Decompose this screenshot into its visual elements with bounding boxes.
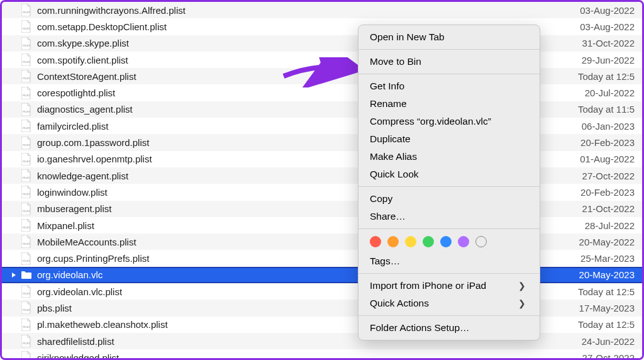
tag-color-dot[interactable]: [387, 236, 399, 247]
file-list: PLISTcom.runningwithcrayons.Alfred.plist…: [2, 2, 642, 358]
file-row[interactable]: PLISTpl.maketheweb.cleanshotx.plistToday…: [2, 317, 642, 333]
file-row[interactable]: PLISTMixpanel.plist28-Jul-2022: [2, 217, 642, 233]
file-name: com.runningwithcrayons.Alfred.plist: [37, 5, 580, 16]
svg-text:PLIST: PLIST: [23, 242, 30, 245]
menu-make-alias[interactable]: Make Alias: [358, 148, 540, 166]
tag-color-dot[interactable]: [405, 236, 416, 247]
svg-text:PLIST: PLIST: [23, 110, 30, 113]
menu-rename[interactable]: Rename: [358, 95, 540, 113]
file-row[interactable]: PLISTcom.skype.skype.plist31-Oct-2022: [2, 35, 642, 52]
svg-text:PLIST: PLIST: [23, 308, 30, 312]
menu-separator: [358, 49, 540, 50]
menu-separator: [358, 228, 540, 229]
svg-text:PLIST: PLIST: [23, 77, 30, 80]
menu-separator: [358, 273, 540, 274]
tag-none-icon[interactable]: [475, 236, 487, 247]
plist-file-icon: PLIST: [21, 286, 32, 297]
plist-file-icon: PLIST: [21, 104, 32, 115]
plist-file-icon: PLIST: [21, 70, 32, 82]
plist-file-icon: PLIST: [21, 319, 32, 330]
tag-color-dot[interactable]: [440, 236, 452, 247]
menu-compress[interactable]: Compress “org.videolan.vlc”: [358, 113, 540, 130]
svg-text:PLIST: PLIST: [23, 226, 30, 229]
file-row[interactable]: PLISTio.ganeshrvel.openmtp.plist01-Aug-2…: [2, 151, 642, 167]
menu-quick-actions[interactable]: Quick Actions❯: [358, 295, 540, 312]
plist-file-icon: PLIST: [21, 220, 32, 231]
file-date: 20-Jul-2022: [585, 87, 637, 98]
menu-copy[interactable]: Copy: [358, 190, 540, 208]
plist-file-icon: PLIST: [21, 87, 32, 99]
file-date: Today at 12:5: [578, 319, 637, 330]
plist-file-icon: PLIST: [21, 21, 32, 32]
file-row[interactable]: PLISTknowledge-agent.plist27-Oct-2022: [2, 167, 642, 184]
folder-icon: [21, 269, 32, 281]
file-date: 20-Feb-2023: [580, 137, 637, 148]
file-row[interactable]: org.videolan.vlc20-May-2023: [2, 267, 642, 283]
file-date: 29-Jun-2022: [582, 55, 637, 65]
menu-duplicate[interactable]: Duplicate: [358, 130, 540, 148]
tag-color-row: [358, 232, 540, 252]
file-row[interactable]: PLISTcom.spotify.client.plist29-Jun-2022: [2, 52, 642, 68]
file-date: Today at 12:5: [578, 286, 637, 297]
svg-text:PLIST: PLIST: [23, 342, 30, 345]
tag-color-dot[interactable]: [458, 236, 469, 247]
svg-text:PLIST: PLIST: [23, 94, 30, 97]
menu-separator: [358, 74, 540, 74]
menu-share[interactable]: Share…: [358, 208, 540, 225]
svg-text:PLIST: PLIST: [23, 292, 30, 295]
file-row[interactable]: PLISTmbuseragent.plist21-Oct-2022: [2, 201, 642, 217]
plist-file-icon: PLIST: [21, 170, 32, 181]
svg-text:PLIST: PLIST: [23, 210, 30, 213]
svg-text:PLIST: PLIST: [23, 127, 30, 130]
file-date: Today at 12:5: [578, 71, 637, 82]
file-row[interactable]: PLISTgroup.com.1password.plist20-Feb-202…: [2, 134, 642, 150]
svg-text:PLIST: PLIST: [23, 60, 30, 64]
file-row[interactable]: PLISTfamilycircled.plist06-Jan-2023: [2, 118, 642, 134]
file-date: 28-Jul-2022: [585, 220, 637, 231]
file-row[interactable]: PLISTsharedfilelistd.plist24-Jun-2022: [2, 333, 642, 349]
file-row[interactable]: PLISTcom.setapp.DesktopClient.plist03-Au…: [2, 18, 642, 35]
file-row[interactable]: PLISTpbs.plist17-May-2023: [2, 300, 642, 316]
file-date: 20-May-2022: [579, 237, 637, 247]
menu-move-to-bin[interactable]: Move to Bin: [358, 53, 540, 70]
plist-file-icon: PLIST: [21, 352, 32, 360]
menu-import-from[interactable]: Import from iPhone or iPad❯: [358, 277, 540, 295]
disclosure-triangle-icon[interactable]: [11, 272, 17, 278]
file-date: 17-May-2023: [579, 303, 637, 313]
file-row[interactable]: PLISTContextStoreAgent.plistToday at 12:…: [2, 68, 642, 84]
file-row[interactable]: PLISTcom.runningwithcrayons.Alfred.plist…: [2, 2, 642, 18]
menu-quick-look[interactable]: Quick Look: [358, 166, 540, 183]
file-date: 06-Jan-2023: [582, 121, 637, 132]
file-date: 21-Oct-2022: [582, 203, 637, 214]
menu-separator: [358, 315, 540, 316]
file-row[interactable]: PLISTloginwindow.plist20-Feb-2023: [2, 184, 642, 200]
plist-file-icon: PLIST: [21, 186, 32, 198]
file-date: 27-Oct-2022: [582, 352, 637, 360]
chevron-right-icon: ❯: [518, 298, 528, 308]
svg-text:PLIST: PLIST: [23, 11, 30, 14]
plist-file-icon: PLIST: [21, 38, 32, 49]
file-row[interactable]: PLISTorg.cups.PrintingPrefs.plist25-Mar-…: [2, 250, 642, 266]
plist-file-icon: PLIST: [21, 253, 32, 264]
file-date: 20-May-2023: [579, 269, 637, 280]
menu-get-info[interactable]: Get Info: [358, 77, 540, 95]
menu-tags[interactable]: Tags…: [358, 252, 540, 270]
tag-color-dot[interactable]: [370, 236, 381, 247]
plist-file-icon: PLIST: [21, 54, 32, 65]
menu-open-new-tab[interactable]: Open in New Tab: [358, 28, 540, 46]
file-row[interactable]: PLISTsiriknowledged.plist27-Oct-2022: [2, 349, 642, 360]
menu-folder-actions[interactable]: Folder Actions Setup…: [358, 319, 540, 337]
plist-file-icon: PLIST: [21, 302, 32, 313]
file-date: 25-Mar-2023: [580, 253, 637, 264]
plist-file-icon: PLIST: [21, 154, 32, 165]
file-row[interactable]: PLISTdiagnostics_agent.plistToday at 11:…: [2, 101, 642, 118]
file-row[interactable]: PLISTMobileMeAccounts.plist20-May-2022: [2, 233, 642, 250]
context-menu: Open in New Tab Move to Bin Get Info Ren…: [358, 25, 540, 340]
file-row[interactable]: PLISTorg.videolan.vlc.plistToday at 12:5: [2, 283, 642, 300]
file-row[interactable]: PLISTcorespotlightd.plist20-Jul-2022: [2, 84, 642, 101]
svg-text:PLIST: PLIST: [23, 259, 30, 262]
file-date: 01-Aug-2022: [580, 154, 637, 164]
tag-color-dot[interactable]: [423, 236, 434, 247]
file-date: 24-Jun-2022: [582, 336, 637, 347]
svg-text:PLIST: PLIST: [23, 325, 30, 329]
